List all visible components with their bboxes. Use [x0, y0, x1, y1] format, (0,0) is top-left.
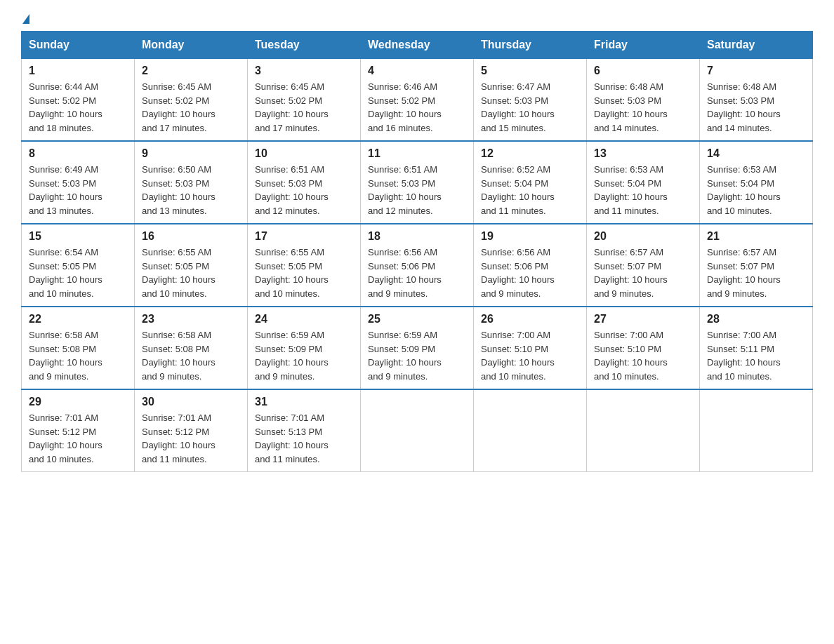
- day-header-saturday: Saturday: [700, 32, 813, 59]
- day-info: Sunrise: 6:44 AMSunset: 5:02 PMDaylight:…: [29, 81, 102, 133]
- day-info: Sunrise: 6:58 AMSunset: 5:08 PMDaylight:…: [142, 330, 216, 382]
- calendar-cell: 17 Sunrise: 6:55 AMSunset: 5:05 PMDaylig…: [248, 224, 361, 307]
- calendar-cell: 31 Sunrise: 7:01 AMSunset: 5:13 PMDaylig…: [248, 389, 361, 472]
- calendar-table: SundayMondayTuesdayWednesdayThursdayFrid…: [21, 31, 813, 472]
- day-number: 24: [255, 313, 353, 326]
- day-number: 4: [368, 65, 466, 77]
- day-info: Sunrise: 6:45 AMSunset: 5:02 PMDaylight:…: [255, 81, 329, 133]
- calendar-cell: 7 Sunrise: 6:48 AMSunset: 5:03 PMDayligh…: [700, 59, 813, 142]
- calendar-cell: 26 Sunrise: 7:00 AMSunset: 5:10 PMDaylig…: [474, 307, 587, 389]
- day-number: 13: [594, 147, 692, 160]
- day-header-friday: Friday: [587, 32, 700, 59]
- day-info: Sunrise: 6:48 AMSunset: 5:03 PMDaylight:…: [594, 81, 668, 133]
- calendar-cell: 12 Sunrise: 6:52 AMSunset: 5:04 PMDaylig…: [474, 141, 587, 224]
- day-header-wednesday: Wednesday: [361, 32, 474, 59]
- day-info: Sunrise: 6:57 AMSunset: 5:07 PMDaylight:…: [707, 247, 781, 299]
- day-info: Sunrise: 6:57 AMSunset: 5:07 PMDaylight:…: [594, 247, 668, 299]
- calendar-cell: 25 Sunrise: 6:59 AMSunset: 5:09 PMDaylig…: [361, 307, 474, 389]
- day-info: Sunrise: 6:46 AMSunset: 5:02 PMDaylight:…: [368, 81, 442, 133]
- day-info: Sunrise: 6:52 AMSunset: 5:04 PMDaylight:…: [481, 164, 555, 216]
- calendar-cell: 4 Sunrise: 6:46 AMSunset: 5:02 PMDayligh…: [361, 59, 474, 142]
- calendar-cell: 21 Sunrise: 6:57 AMSunset: 5:07 PMDaylig…: [700, 224, 813, 307]
- calendar-week-2: 8 Sunrise: 6:49 AMSunset: 5:03 PMDayligh…: [22, 141, 813, 224]
- day-number: 6: [594, 65, 692, 77]
- day-info: Sunrise: 7:00 AMSunset: 5:11 PMDaylight:…: [707, 330, 781, 382]
- day-info: Sunrise: 6:49 AMSunset: 5:03 PMDaylight:…: [29, 164, 102, 216]
- calendar-cell: 28 Sunrise: 7:00 AMSunset: 5:11 PMDaylig…: [700, 307, 813, 389]
- day-info: Sunrise: 6:55 AMSunset: 5:05 PMDaylight:…: [255, 247, 329, 299]
- day-info: Sunrise: 6:51 AMSunset: 5:03 PMDaylight:…: [368, 164, 442, 216]
- day-info: Sunrise: 6:51 AMSunset: 5:03 PMDaylight:…: [255, 164, 329, 216]
- day-info: Sunrise: 6:54 AMSunset: 5:05 PMDaylight:…: [29, 247, 102, 299]
- page-header: [21, 14, 813, 24]
- calendar-cell: 30 Sunrise: 7:01 AMSunset: 5:12 PMDaylig…: [135, 389, 248, 472]
- day-info: Sunrise: 6:50 AMSunset: 5:03 PMDaylight:…: [142, 164, 216, 216]
- day-number: 30: [142, 396, 240, 408]
- calendar-cell: 27 Sunrise: 7:00 AMSunset: 5:10 PMDaylig…: [587, 307, 700, 389]
- calendar-cell: 20 Sunrise: 6:57 AMSunset: 5:07 PMDaylig…: [587, 224, 700, 307]
- calendar-cell: 16 Sunrise: 6:55 AMSunset: 5:05 PMDaylig…: [135, 224, 248, 307]
- day-info: Sunrise: 6:56 AMSunset: 5:06 PMDaylight:…: [481, 247, 555, 299]
- day-header-sunday: Sunday: [22, 32, 135, 59]
- calendar-cell: 29 Sunrise: 7:01 AMSunset: 5:12 PMDaylig…: [22, 389, 135, 472]
- day-header-thursday: Thursday: [474, 32, 587, 59]
- day-number: 10: [255, 147, 353, 160]
- calendar-cell: [587, 389, 700, 472]
- day-info: Sunrise: 7:00 AMSunset: 5:10 PMDaylight:…: [594, 330, 668, 382]
- day-info: Sunrise: 6:56 AMSunset: 5:06 PMDaylight:…: [368, 247, 442, 299]
- calendar-cell: 13 Sunrise: 6:53 AMSunset: 5:04 PMDaylig…: [587, 141, 700, 224]
- calendar-cell: 24 Sunrise: 6:59 AMSunset: 5:09 PMDaylig…: [248, 307, 361, 389]
- day-info: Sunrise: 6:59 AMSunset: 5:09 PMDaylight:…: [255, 330, 329, 382]
- logo: [21, 14, 29, 24]
- day-number: 28: [707, 313, 805, 326]
- calendar-cell: [700, 389, 813, 472]
- day-number: 3: [255, 65, 353, 77]
- calendar-cell: 22 Sunrise: 6:58 AMSunset: 5:08 PMDaylig…: [22, 307, 135, 389]
- day-info: Sunrise: 7:01 AMSunset: 5:12 PMDaylight:…: [29, 412, 102, 464]
- logo-triangle-icon: [22, 14, 29, 24]
- calendar-week-4: 22 Sunrise: 6:58 AMSunset: 5:08 PMDaylig…: [22, 307, 813, 389]
- calendar-body: 1 Sunrise: 6:44 AMSunset: 5:02 PMDayligh…: [22, 59, 813, 472]
- day-info: Sunrise: 6:53 AMSunset: 5:04 PMDaylight:…: [594, 164, 668, 216]
- day-number: 19: [481, 230, 579, 243]
- calendar-cell: 15 Sunrise: 6:54 AMSunset: 5:05 PMDaylig…: [22, 224, 135, 307]
- calendar-week-3: 15 Sunrise: 6:54 AMSunset: 5:05 PMDaylig…: [22, 224, 813, 307]
- calendar-cell: 14 Sunrise: 6:53 AMSunset: 5:04 PMDaylig…: [700, 141, 813, 224]
- calendar-cell: [361, 389, 474, 472]
- calendar-cell: 9 Sunrise: 6:50 AMSunset: 5:03 PMDayligh…: [135, 141, 248, 224]
- calendar-week-1: 1 Sunrise: 6:44 AMSunset: 5:02 PMDayligh…: [22, 59, 813, 142]
- day-number: 7: [707, 65, 805, 77]
- day-number: 14: [707, 147, 805, 160]
- day-info: Sunrise: 6:45 AMSunset: 5:02 PMDaylight:…: [142, 81, 216, 133]
- calendar-cell: 11 Sunrise: 6:51 AMSunset: 5:03 PMDaylig…: [361, 141, 474, 224]
- day-number: 22: [29, 313, 127, 326]
- day-number: 9: [142, 147, 240, 160]
- day-number: 1: [29, 65, 127, 77]
- day-number: 11: [368, 147, 466, 160]
- calendar-cell: 5 Sunrise: 6:47 AMSunset: 5:03 PMDayligh…: [474, 59, 587, 142]
- day-number: 27: [594, 313, 692, 326]
- day-number: 2: [142, 65, 240, 77]
- day-info: Sunrise: 7:01 AMSunset: 5:13 PMDaylight:…: [255, 412, 329, 464]
- day-info: Sunrise: 6:48 AMSunset: 5:03 PMDaylight:…: [707, 81, 781, 133]
- day-number: 21: [707, 230, 805, 243]
- day-number: 23: [142, 313, 240, 326]
- calendar-cell: 10 Sunrise: 6:51 AMSunset: 5:03 PMDaylig…: [248, 141, 361, 224]
- day-info: Sunrise: 7:01 AMSunset: 5:12 PMDaylight:…: [142, 412, 216, 464]
- day-number: 12: [481, 147, 579, 160]
- day-number: 17: [255, 230, 353, 243]
- calendar-cell: 3 Sunrise: 6:45 AMSunset: 5:02 PMDayligh…: [248, 59, 361, 142]
- calendar-cell: 19 Sunrise: 6:56 AMSunset: 5:06 PMDaylig…: [474, 224, 587, 307]
- day-info: Sunrise: 6:59 AMSunset: 5:09 PMDaylight:…: [368, 330, 442, 382]
- day-number: 16: [142, 230, 240, 243]
- day-number: 8: [29, 147, 127, 160]
- day-number: 18: [368, 230, 466, 243]
- calendar-cell: 23 Sunrise: 6:58 AMSunset: 5:08 PMDaylig…: [135, 307, 248, 389]
- day-number: 31: [255, 396, 353, 408]
- day-number: 15: [29, 230, 127, 243]
- day-info: Sunrise: 6:55 AMSunset: 5:05 PMDaylight:…: [142, 247, 216, 299]
- day-info: Sunrise: 7:00 AMSunset: 5:10 PMDaylight:…: [481, 330, 555, 382]
- calendar-cell: 6 Sunrise: 6:48 AMSunset: 5:03 PMDayligh…: [587, 59, 700, 142]
- day-number: 5: [481, 65, 579, 77]
- day-number: 29: [29, 396, 127, 408]
